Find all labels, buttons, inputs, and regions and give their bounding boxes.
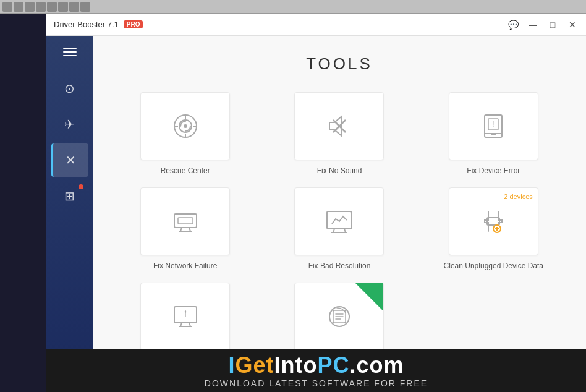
- home-icon: ⊙: [64, 81, 75, 96]
- sidebar-item-tools[interactable]: ✕: [51, 143, 88, 177]
- tool-card-fix-bad-resolution[interactable]: [294, 187, 384, 255]
- tool-card-driver-print[interactable]: NEW: [294, 283, 384, 351]
- taskbar-icon-5: [47, 2, 57, 12]
- svg-point-2: [184, 124, 187, 128]
- rescue-center-icon: [171, 111, 200, 141]
- tool-label-fix-bad-resolution: Fix Bad Resolution: [308, 262, 371, 270]
- taskbar-icon-4: [36, 2, 46, 12]
- taskbar-icon-6: [58, 2, 68, 12]
- pro-badge: PRO: [124, 20, 143, 28]
- app-title: Driver Booster 7.1: [54, 20, 119, 29]
- taskbar-icon-8: [80, 2, 90, 12]
- fix-no-sound-icon: [325, 111, 354, 141]
- tool-label-fix-network-failure: Fix Network Failure: [153, 262, 217, 270]
- taskbar-icon-7: [69, 2, 79, 12]
- hamburger-line-3: [63, 55, 77, 56]
- title-bar: Driver Booster 7.1 PRO 💬 — □ ✕: [46, 14, 586, 36]
- fix-device-error-icon: !: [478, 111, 508, 141]
- devices-badge: 2 devices: [504, 193, 532, 200]
- new-badge-triangle: NEW: [355, 283, 383, 311]
- hamburger-line-1: [63, 48, 77, 49]
- new-badge-text: NEW: [341, 283, 355, 297]
- tool-item-fix-network-failure[interactable]: Fix Network Failure: [117, 187, 253, 270]
- watermark-content: IGetIntoPC.com Download Latest Software …: [205, 352, 428, 388]
- svg-text:!: !: [493, 120, 495, 129]
- hamburger-line-2: [63, 51, 77, 53]
- tools-grid: Rescue Center Fix No Sound: [117, 92, 561, 365]
- maximize-button[interactable]: □: [546, 20, 559, 30]
- notification-dot: [79, 184, 83, 189]
- sidebar-item-apps[interactable]: ⊞: [51, 179, 88, 213]
- tool-card-system-info[interactable]: i: [140, 283, 230, 351]
- page-title: TOOLS: [117, 54, 561, 74]
- sidebar-item-home[interactable]: ⊙: [51, 72, 88, 105]
- app-window: Driver Booster 7.1 PRO 💬 — □ ✕ ⊙ ✈: [46, 14, 586, 392]
- clean-unplugged-icon: [478, 207, 508, 236]
- boost-icon: ✈: [64, 117, 75, 132]
- tool-card-fix-device-error[interactable]: !: [449, 92, 538, 160]
- tool-item-clean-unplugged[interactable]: 2 devices Clean Unplugged Device Data: [426, 187, 561, 270]
- svg-rect-12: [178, 218, 193, 224]
- tool-item-rescue-center[interactable]: Rescue Center: [117, 92, 253, 175]
- tool-item-fix-no-sound[interactable]: Fix No Sound: [271, 92, 407, 175]
- system-info-icon: i: [171, 302, 200, 331]
- watermark-banner: IGetIntoPC.com Download Latest Software …: [46, 349, 586, 392]
- app-body: ⊙ ✈ ✕ ⊞ TOOLS: [46, 36, 586, 392]
- tools-icon: ✕: [66, 153, 76, 168]
- fix-bad-resolution-icon: [325, 207, 354, 236]
- minimize-button[interactable]: —: [527, 20, 539, 30]
- taskbar-icon-2: [14, 2, 23, 12]
- taskbar: [0, 0, 586, 14]
- apps-icon: ⊞: [64, 189, 75, 203]
- tool-label-fix-no-sound: Fix No Sound: [317, 166, 362, 175]
- title-bar-left: Driver Booster 7.1 PRO: [54, 20, 143, 29]
- tool-card-clean-unplugged[interactable]: 2 devices: [449, 187, 538, 255]
- main-content: TOOLS Rescue Center: [93, 36, 586, 392]
- driver-print-icon: [325, 302, 354, 331]
- svg-rect-16: [327, 211, 352, 229]
- sidebar-item-boost[interactable]: ✈: [51, 108, 88, 141]
- tool-item-fix-bad-resolution[interactable]: Fix Bad Resolution: [271, 187, 407, 270]
- tool-card-rescue-center[interactable]: [140, 92, 230, 160]
- svg-text:i: i: [184, 309, 186, 319]
- tool-label-fix-device-error: Fix Device Error: [467, 166, 520, 175]
- tool-label-clean-unplugged: Clean Unplugged Device Data: [444, 262, 543, 270]
- menu-button[interactable]: [56, 41, 83, 63]
- taskbar-icon-3: [25, 2, 35, 12]
- fix-network-failure-icon: [171, 207, 200, 236]
- sidebar: ⊙ ✈ ✕ ⊞: [46, 36, 93, 392]
- tool-item-fix-device-error[interactable]: ! Fix Device Error: [426, 92, 561, 175]
- watermark-main-text: IGetIntoPC.com: [228, 352, 404, 378]
- taskbar-icon-1: [2, 2, 12, 12]
- close-button[interactable]: ✕: [566, 20, 579, 30]
- watermark-sub-text: Download Latest Software for Free: [205, 378, 428, 388]
- tool-label-rescue-center: Rescue Center: [161, 166, 210, 175]
- tool-card-fix-network-failure[interactable]: [140, 187, 230, 255]
- chat-button[interactable]: 💬: [507, 20, 519, 30]
- title-bar-controls: 💬 — □ ✕: [507, 20, 579, 30]
- tool-card-fix-no-sound[interactable]: [294, 92, 384, 160]
